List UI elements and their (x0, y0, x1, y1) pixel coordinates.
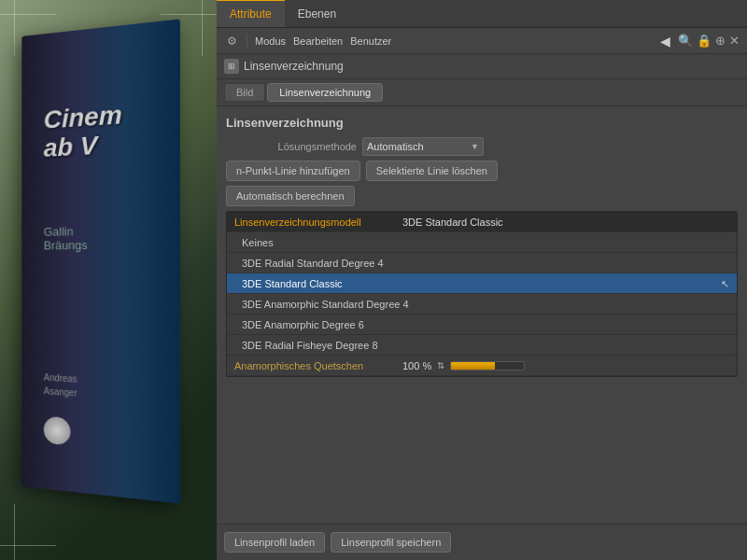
anamorphisch-value: 100 % (402, 360, 431, 371)
buttons-row-2: Automatisch berechnen (226, 186, 738, 206)
toolbar-separator (247, 34, 247, 49)
book-title: Cinem ab V (44, 101, 122, 162)
automatisch-button[interactable]: Automatisch berechnen (226, 186, 355, 206)
settings-icon[interactable]: ⚙ (224, 34, 239, 49)
sub-tabs: Bild Linsenverzeichnung (217, 79, 747, 106)
top-tabs: Attribute Ebenen (217, 0, 747, 28)
bottom-buttons: Linsenprofil laden Linsenprofil speicher… (217, 524, 747, 560)
right-panel: Attribute Ebenen ⚙ Modus Bearbeiten Benu… (217, 0, 747, 560)
corner-line (0, 14, 56, 15)
search-icon[interactable]: 🔍 (678, 34, 693, 48)
attribute-table: Linsenverzeichnungsmodell 3DE Standard C… (226, 211, 738, 377)
section-icon: ⊞ (224, 59, 239, 74)
more-icon[interactable]: ⊕ (715, 34, 726, 48)
toolbar: ⚙ Modus Bearbeiten Benutzer ◀ 🔍 🔒 ⊕ ✕ (217, 28, 747, 54)
dropdown-item-anamorphic6[interactable]: 3DE Anamorphic Degree 6 (227, 315, 737, 335)
section-title: Linsenverzeichnung (244, 60, 344, 73)
select-arrow-icon: ▼ (471, 142, 479, 151)
left-panel: Cinem ab V GallinBräungs Andreas Asanger (0, 0, 217, 560)
spinner-icon[interactable]: ⇅ (437, 360, 444, 371)
dropdown-item-standard-classic[interactable]: 3DE Standard Classic ↖ (227, 273, 737, 294)
toolbar-icons-right: 🔍 🔒 ⊕ ✕ (678, 34, 740, 48)
cursor-indicator: ↖ (721, 277, 729, 289)
progress-bar-fill (451, 362, 495, 370)
corner-line (161, 14, 217, 15)
section-header: ⊞ Linsenverzeichnung (217, 54, 747, 79)
main-content: Linsenverzeichnung Lösungsmethode Automa… (217, 106, 747, 524)
corner-line (14, 0, 15, 56)
tab-attribute[interactable]: Attribute (217, 0, 285, 27)
anamorphisch-label: Anamorphisches Quetschen (234, 360, 393, 371)
dropdown-item-keines[interactable]: Keines (227, 232, 737, 253)
modell-row: Linsenverzeichnungsmodell 3DE Standard C… (227, 212, 737, 232)
progress-row: 100 % ⇅ (402, 360, 525, 371)
dropdown-item-fisheye8[interactable]: 3DE Radial Fisheye Degree 8 (227, 335, 737, 356)
buttons-row-1: n-Punkt-Linie hinzufügen Selektierte Lin… (226, 161, 738, 181)
dropdown-item-anamorphic4[interactable]: 3DE Anamorphic Standard Degree 4 (227, 294, 737, 315)
book-cover: Cinem ab V GallinBräungs Andreas Asanger (21, 19, 180, 503)
close-icon[interactable]: ✕ (729, 34, 740, 48)
selektierte-button[interactable]: Selektierte Linie löschen (366, 161, 498, 181)
anamorphisch-row: Anamorphisches Quetschen 100 % ⇅ (227, 356, 737, 376)
loesungsmethode-select[interactable]: Automatisch ▼ (362, 137, 484, 156)
book-subtitle: GallinBräungs (44, 224, 88, 252)
content-section-title: Linsenverzeichnung (226, 116, 738, 130)
bearbeiten-button[interactable]: Bearbeiten (293, 35, 343, 47)
lock-icon[interactable]: 🔒 (697, 34, 712, 48)
dropdown-item-radial4[interactable]: 3DE Radial Standard Degree 4 (227, 253, 737, 273)
background-image: Cinem ab V GallinBräungs Andreas Asanger (0, 0, 217, 560)
arrow-left-icon[interactable]: ◀ (660, 34, 670, 49)
subtab-bild[interactable]: Bild (224, 83, 265, 102)
profil-laden-button[interactable]: Linsenprofil laden (224, 532, 325, 553)
benutzer-button[interactable]: Benutzer (350, 35, 391, 47)
corner-line (14, 504, 15, 560)
profil-speichern-button[interactable]: Linsenprofil speichern (331, 532, 451, 553)
loesungsmethode-label: Lösungsmethode (226, 141, 357, 152)
progress-bar-container (450, 361, 525, 371)
n-punkt-button[interactable]: n-Punkt-Linie hinzufügen (226, 161, 360, 181)
tab-ebenen[interactable]: Ebenen (285, 0, 349, 27)
loesungsmethode-row: Lösungsmethode Automatisch ▼ (226, 137, 738, 156)
book-dvd (44, 416, 71, 446)
corner-line (202, 0, 203, 56)
corner-line (0, 545, 56, 546)
modus-button[interactable]: Modus (255, 35, 286, 47)
modell-value: 3DE Standard Classic (402, 217, 729, 228)
book-author: Andreas Asanger (44, 371, 78, 400)
modell-label: Linsenverzeichnungsmodell (234, 217, 393, 228)
subtab-linsenverzeichnung[interactable]: Linsenverzeichnung (267, 83, 383, 102)
